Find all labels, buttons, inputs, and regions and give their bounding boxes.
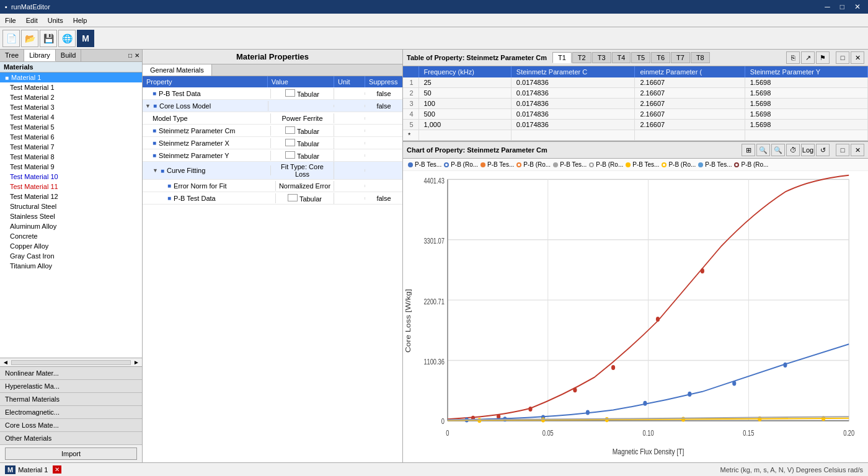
tree-item-material1[interactable]: ■ Material 1 bbox=[0, 73, 142, 82]
cell-empty5[interactable] bbox=[745, 130, 867, 141]
chart-restore-btn[interactable]: □ bbox=[836, 144, 849, 156]
cell-empty2[interactable] bbox=[418, 130, 511, 141]
tree-item-material5[interactable]: Test Material 4 bbox=[0, 112, 142, 122]
value-icon-steinmetz-y[interactable] bbox=[285, 151, 295, 159]
tree-item-material2[interactable]: Test Material 1 bbox=[0, 82, 142, 92]
table-close-btn[interactable]: ✕ bbox=[851, 51, 864, 64]
cell-x-4[interactable]: 2.16607 bbox=[635, 109, 745, 120]
tree-item-material7[interactable]: Test Material 6 bbox=[0, 132, 142, 142]
tree-item-copper[interactable]: Copper Alloy bbox=[0, 241, 142, 251]
status-close-icon[interactable]: ✕ bbox=[53, 465, 61, 474]
tree-item-material9[interactable]: Test Material 8 bbox=[0, 152, 142, 162]
cell-cm-2[interactable]: 0.0174836 bbox=[511, 88, 635, 99]
web-btn[interactable]: 🌐 bbox=[58, 30, 76, 47]
table-chart-btn[interactable]: ⚑ bbox=[816, 51, 830, 64]
category-other[interactable]: Other Materials bbox=[0, 432, 142, 445]
tree-item-material13[interactable]: Test Material 12 bbox=[0, 192, 142, 201]
tab-t5[interactable]: T5 bbox=[631, 52, 650, 63]
tab-t4[interactable]: T4 bbox=[612, 52, 631, 63]
panel-close-icon[interactable]: ✕ bbox=[135, 52, 140, 59]
tab-t1[interactable]: T1 bbox=[552, 52, 572, 63]
value-icon-steinmetz-x[interactable] bbox=[285, 139, 295, 146]
value-icon-steinmetz-cm[interactable] bbox=[285, 126, 295, 134]
tree-item-material10[interactable]: Test Material 9 bbox=[0, 162, 142, 172]
cell-x-3[interactable]: 2.16607 bbox=[635, 99, 745, 109]
category-coreloss[interactable]: Core Loss Mate... bbox=[0, 419, 142, 432]
cell-x-5[interactable]: 2.16607 bbox=[635, 120, 745, 130]
minimize-btn[interactable]: ─ bbox=[822, 2, 833, 11]
category-hyperelastic[interactable]: Hyperelastic Ma... bbox=[0, 380, 142, 393]
cell-y-3[interactable]: 1.5698 bbox=[745, 99, 867, 109]
cell-empty3[interactable] bbox=[511, 130, 635, 141]
tree-item-structural[interactable]: Structural Steel bbox=[0, 201, 142, 211]
tab-t3[interactable]: T3 bbox=[592, 52, 611, 63]
cell-freq-5[interactable]: 1,000 bbox=[418, 120, 511, 130]
chart-log-btn[interactable]: Log bbox=[801, 144, 815, 156]
close-btn[interactable]: ✕ bbox=[852, 2, 863, 11]
panel-restore-icon[interactable]: □ bbox=[128, 52, 132, 59]
cell-y-2[interactable]: 1.5698 bbox=[745, 88, 867, 99]
cell-freq-2[interactable]: 50 bbox=[418, 88, 511, 99]
import-button[interactable]: Import bbox=[5, 447, 137, 460]
chart-options-btn[interactable]: ⏱ bbox=[786, 144, 800, 156]
tree-item-material3[interactable]: Test Material 2 bbox=[0, 92, 142, 102]
maximize-btn[interactable]: □ bbox=[838, 2, 847, 11]
cell-y-5[interactable]: 1.5698 bbox=[745, 120, 867, 130]
tab-t7[interactable]: T7 bbox=[671, 52, 690, 63]
value-icon-pb-test[interactable] bbox=[285, 89, 295, 97]
tree-item-material8[interactable]: Test Material 7 bbox=[0, 142, 142, 152]
cell-x-1[interactable]: 2.16607 bbox=[635, 77, 745, 88]
chart-zoom-out-btn[interactable]: 🔍 bbox=[771, 144, 785, 156]
cell-y-4[interactable]: 1.5698 bbox=[745, 109, 867, 120]
tree-item-aluminum[interactable]: Aluminum Alloy bbox=[0, 221, 142, 231]
tab-t2[interactable]: T2 bbox=[572, 52, 591, 63]
table-export-btn[interactable]: ↗ bbox=[801, 51, 815, 64]
tree-item-material12[interactable]: Test Material 11 bbox=[0, 182, 142, 192]
expand-curvefitting-icon[interactable]: ▼ bbox=[153, 167, 158, 174]
tree-item-stainless[interactable]: Stainless Steel bbox=[0, 211, 142, 221]
cell-freq-3[interactable]: 100 bbox=[418, 99, 511, 109]
scroll-right-arrow[interactable]: ► bbox=[133, 359, 140, 366]
tree-item-material11[interactable]: Test Material 10 bbox=[0, 172, 142, 182]
expand-coreloss-icon[interactable]: ▼ bbox=[145, 103, 151, 109]
tree-content[interactable]: ■ Material 1 Test Material 1 Test Materi… bbox=[0, 73, 142, 358]
tab-build[interactable]: Build bbox=[56, 50, 81, 61]
category-thermal[interactable]: Thermal Materials bbox=[0, 393, 142, 406]
tab-t8[interactable]: T8 bbox=[691, 52, 710, 63]
chart-refresh-btn[interactable]: ↺ bbox=[816, 144, 830, 156]
chart-zoom-fit-btn[interactable]: ⊞ bbox=[742, 144, 755, 156]
menu-help[interactable]: Help bbox=[68, 15, 92, 25]
new-btn[interactable]: 📄 bbox=[2, 30, 20, 47]
menu-units[interactable]: Units bbox=[43, 15, 68, 25]
tree-item-material4[interactable]: Test Material 3 bbox=[0, 102, 142, 112]
scroll-track[interactable] bbox=[11, 360, 131, 365]
scroll-left-arrow[interactable]: ◄ bbox=[2, 359, 9, 366]
tab-t6[interactable]: T6 bbox=[651, 52, 670, 63]
cell-cm-3[interactable]: 0.0174836 bbox=[511, 99, 635, 109]
cell-freq-4[interactable]: 500 bbox=[418, 109, 511, 120]
chart-zoom-in-btn[interactable]: 🔍 bbox=[756, 144, 770, 156]
cell-cm-1[interactable]: 0.0174836 bbox=[511, 77, 635, 88]
menu-file[interactable]: File bbox=[0, 15, 21, 25]
subtab-general[interactable]: General Materials bbox=[143, 64, 212, 76]
category-electromagnetic[interactable]: Electromagnetic... bbox=[0, 406, 142, 419]
table-restore-btn[interactable]: □ bbox=[836, 51, 849, 64]
tree-item-concrete[interactable]: Concrete bbox=[0, 231, 142, 241]
chart-close-btn[interactable]: ✕ bbox=[851, 144, 864, 156]
open-btn[interactable]: 📂 bbox=[21, 30, 38, 47]
cell-cm-4[interactable]: 0.0174836 bbox=[511, 109, 635, 120]
tree-item-graycast[interactable]: Gray Cast Iron bbox=[0, 251, 142, 261]
cell-empty4[interactable] bbox=[635, 130, 745, 141]
cell-cm-5[interactable]: 0.0174836 bbox=[511, 120, 635, 130]
save-btn[interactable]: 💾 bbox=[40, 30, 57, 47]
cell-x-2[interactable]: 2.16607 bbox=[635, 88, 745, 99]
value-icon-pb-test-nested[interactable] bbox=[288, 194, 298, 201]
table-copy-btn[interactable]: ⎘ bbox=[786, 51, 800, 64]
tree-item-material6[interactable]: Test Material 5 bbox=[0, 122, 142, 132]
menu-edit[interactable]: Edit bbox=[21, 15, 43, 25]
cell-y-1[interactable]: 1.5698 bbox=[745, 77, 867, 88]
tree-item-titanium[interactable]: Titanium Alloy bbox=[0, 261, 142, 271]
tab-tree[interactable]: Tree bbox=[0, 50, 24, 61]
category-nonlinear[interactable]: Nonlinear Mater... bbox=[0, 367, 142, 380]
tab-library[interactable]: Library bbox=[24, 50, 56, 61]
